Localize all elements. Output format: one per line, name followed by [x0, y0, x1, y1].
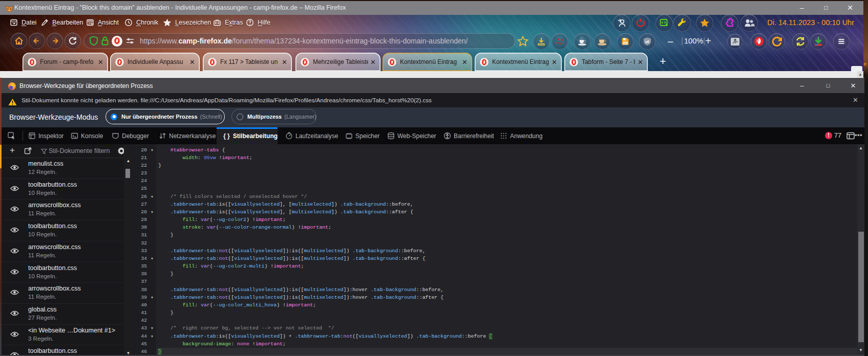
svg-text:u0: u0 — [645, 40, 649, 43]
